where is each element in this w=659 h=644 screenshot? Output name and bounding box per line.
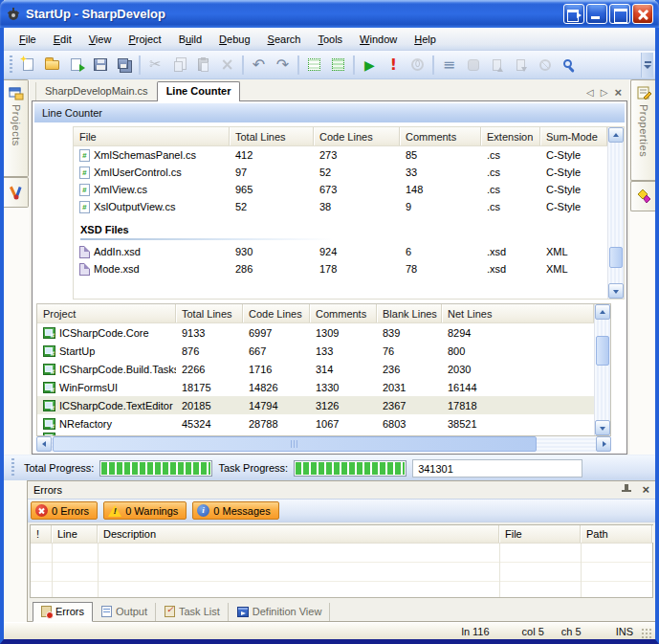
file-row[interactable]: AddIn.xsd 930 924 6 .xsd XML [74,243,607,260]
file-row[interactable]: XmlUserControl.cs 97 52 33 .cs C-Style [74,164,607,181]
separator[interactable] [297,56,299,75]
square-icon[interactable] [461,54,485,77]
sidebar-tab-properties[interactable]: Properties [630,79,655,181]
scroll-right-button[interactable] [596,436,611,452]
undo-icon[interactable]: ↶ [247,54,271,77]
abort-icon[interactable]: ! [382,54,406,77]
column-header[interactable]: Extension [481,127,540,145]
document-tab[interactable]: Line Counter [157,81,241,101]
column-header[interactable]: Description [98,525,499,543]
prev-bookmark-icon[interactable] [485,54,509,77]
column-header[interactable]: Comments [400,127,481,145]
column-header[interactable]: Total Lines [230,127,314,145]
menu-item[interactable]: Window [352,31,405,48]
minimize-button[interactable] [586,4,607,24]
tab-task-list[interactable]: Task List [157,603,229,621]
project-row[interactable]: ICSharpCode.Build.Tasks 2266 1716 314 23… [37,360,594,378]
menu-item[interactable]: Edit [46,31,79,48]
redo-icon[interactable]: ↷ [271,54,295,77]
column-header[interactable]: Blank Lines [377,304,442,322]
menu-item[interactable]: Tools [310,31,350,48]
scroll-down-button[interactable] [608,283,624,299]
scroll-up-button[interactable] [595,304,610,320]
tab-output[interactable]: Output [94,603,156,621]
menu-item[interactable]: Debug [211,31,257,48]
column-header[interactable]: Code Lines [314,127,400,145]
comment-region-icon[interactable] [302,54,326,77]
run-icon[interactable]: ▶ [358,54,382,77]
zero-circle-icon[interactable]: 0 [406,54,429,77]
project-row[interactable]: ICSharpCode.TextEditor 20185 14794 3126 … [37,396,594,414]
menu-item[interactable]: View [81,31,120,48]
errors-filter-button[interactable]: 0 Errors [31,501,98,520]
scrollbar-thumb[interactable] [596,336,609,366]
menu-item[interactable]: Search [260,31,309,48]
file-row[interactable]: Mode.xsd 286 178 78 .xsd XML [74,260,607,278]
toolbar-overflow-button[interactable] [641,53,653,78]
next-bookmark-icon[interactable] [509,54,533,77]
toolbar-grip[interactable] [10,56,12,75]
save-all-icon[interactable] [112,54,136,77]
project-row[interactable]: StartUp 876 667 133 76 800 [37,342,594,360]
column-header[interactable]: Comments [310,304,377,322]
column-header[interactable]: Sum-Mode [540,127,607,145]
scroll-down-button[interactable] [595,420,610,435]
search-icon[interactable] [557,54,581,77]
resize-grip[interactable] [641,628,652,639]
column-header[interactable]: Line [52,525,98,543]
open-with-icon[interactable] [64,54,88,77]
project-row[interactable]: WinFormsUI 18175 14826 1330 2031 16144 [37,378,594,396]
scrollbar-thumb[interactable] [53,436,537,452]
maximize-button[interactable] [609,4,630,24]
prev-tab-button[interactable]: ◁ [586,88,594,98]
tab-errors[interactable]: Errors [33,602,93,622]
errors-close-button[interactable]: × [642,485,649,495]
menu-item[interactable]: File [11,31,44,48]
menu-item[interactable]: Build [171,31,209,48]
paste-icon[interactable] [191,54,215,77]
document-tab[interactable]: SharpDevelopMain.cs [35,82,157,100]
menu-item[interactable]: Project [121,31,168,48]
save-icon[interactable] [88,54,112,77]
scroll-up-button[interactable] [608,127,624,143]
column-header[interactable]: Path [581,525,652,543]
pin-icon[interactable] [622,484,632,496]
messages-filter-button[interactable]: 0 Messages [192,501,278,520]
column-header[interactable]: File [74,127,230,145]
menu-item[interactable]: Help [406,31,444,48]
column-header[interactable]: ! [31,525,52,543]
toolbar-grip[interactable] [11,458,14,477]
file-row[interactable]: XmlView.cs 965 673 148 .cs C-Style [74,181,607,198]
scroll-left-button[interactable] [36,436,52,452]
sidebar-tab-tasks[interactable] [630,181,655,211]
scrollbar-thumb[interactable] [609,247,623,268]
file-row[interactable]: XmlSchemasPanel.cs 412 273 85 .cs C-Styl… [74,146,607,164]
column-header[interactable]: Net Lines [442,304,594,322]
project-row[interactable]: NRefactory 45324 28788 1067 6803 38521 [37,414,594,433]
separator[interactable] [139,56,141,75]
column-header[interactable]: File [499,525,581,543]
new-file-icon[interactable] [16,54,40,77]
clear-bookmarks-icon[interactable] [533,54,557,77]
separator[interactable] [353,56,355,75]
tab-definition-view[interactable]: Definition View [230,603,331,621]
list-lines-icon[interactable]: ≡ [437,54,461,77]
file-row[interactable]: XslOutputView.cs 52 38 9 .cs C-Style [74,198,607,215]
close-button[interactable] [632,4,653,24]
sidebar-tab-toolbox[interactable] [4,177,29,208]
copy-icon[interactable] [167,54,191,77]
delete-icon[interactable]: × [215,54,239,77]
column-header[interactable]: Code Lines [243,304,310,322]
window-menu-button[interactable] [563,4,584,24]
column-header[interactable]: Project [37,304,176,322]
sidebar-tab-projects[interactable]: Projects [4,79,29,177]
open-file-icon[interactable] [40,54,64,77]
cut-icon[interactable]: ✂ [143,54,167,77]
warnings-filter-button[interactable]: 0 Warnings [103,501,187,520]
separator[interactable] [432,56,434,75]
project-row[interactable]: ICSharpCode.Core 9133 6997 1309 839 8294 [37,323,594,342]
uncomment-region-icon[interactable] [326,54,350,77]
next-tab-button[interactable]: ▷ [601,88,608,98]
column-header[interactable]: Total Lines [176,304,243,322]
errors-grid-body[interactable] [31,544,652,597]
